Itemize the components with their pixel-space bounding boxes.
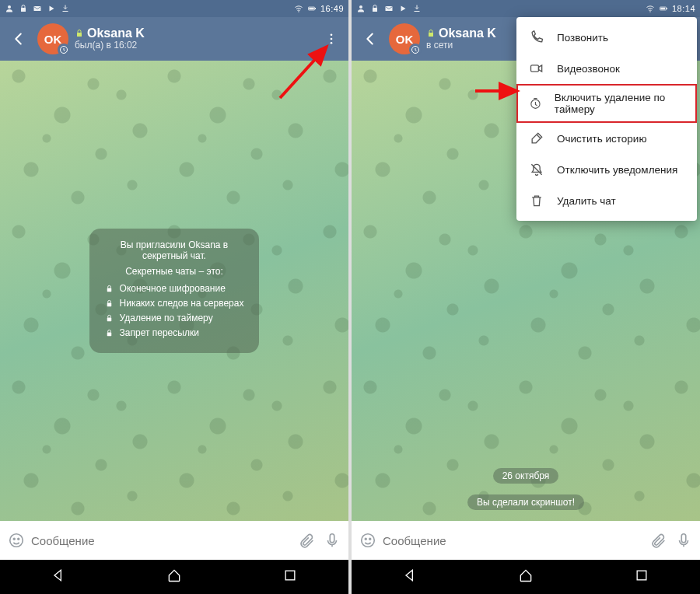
android-nav-bar bbox=[352, 560, 700, 594]
svg-rect-36 bbox=[531, 65, 539, 72]
nav-recent-button[interactable] bbox=[282, 568, 298, 586]
chat-title: Oksana K bbox=[439, 26, 496, 40]
svg-point-10 bbox=[331, 38, 333, 40]
svg-rect-15 bbox=[107, 332, 111, 336]
chat-title-block[interactable]: Oksana K в сети bbox=[426, 26, 496, 51]
svg-point-9 bbox=[331, 33, 333, 36]
svg-rect-20 bbox=[285, 571, 295, 580]
chat-body: Вы пригласили Oksana в секретный чат. Се… bbox=[0, 61, 348, 521]
info-heading: Секретные чаты – это: bbox=[105, 266, 244, 277]
envelope-icon bbox=[33, 4, 42, 13]
svg-rect-6 bbox=[309, 8, 314, 10]
download-icon bbox=[412, 4, 422, 13]
svg-rect-35 bbox=[637, 571, 646, 580]
attach-button[interactable] bbox=[649, 530, 669, 550]
play-icon bbox=[47, 4, 56, 13]
avatar[interactable]: OK bbox=[389, 23, 420, 54]
avatar-initials: OK bbox=[396, 33, 414, 46]
clock-time: 16:49 bbox=[320, 4, 344, 13]
avatar[interactable]: OK bbox=[37, 23, 68, 54]
svg-point-11 bbox=[331, 42, 333, 44]
phone-left: 16:49 OK Oksana K был(а) в 16:02 bbox=[0, 0, 348, 594]
message-input-bar bbox=[0, 521, 348, 560]
lock-icon bbox=[370, 4, 380, 13]
info-intro: Вы пригласили Oksana в секретный чат. bbox=[105, 239, 244, 261]
emoji-button[interactable] bbox=[358, 530, 378, 550]
back-button[interactable] bbox=[6, 26, 31, 51]
emoji-button[interactable] bbox=[6, 530, 26, 550]
menu-item-video-call[interactable]: Видеозвонок bbox=[516, 53, 697, 84]
menu-item-call[interactable]: Позвонить bbox=[516, 22, 697, 53]
menu-item-clear-history[interactable]: Очистить историю bbox=[516, 123, 697, 154]
svg-point-16 bbox=[10, 534, 23, 547]
svg-rect-13 bbox=[107, 302, 111, 306]
secret-chat-info-card: Вы пригласили Oksana в секретный чат. Се… bbox=[89, 229, 260, 353]
avatar-initials: OK bbox=[44, 33, 62, 46]
battery-icon bbox=[659, 4, 668, 13]
nav-back-button[interactable] bbox=[51, 568, 66, 586]
svg-point-32 bbox=[365, 538, 366, 540]
message-input[interactable] bbox=[383, 534, 644, 547]
lock-icon bbox=[426, 29, 436, 38]
person-icon bbox=[356, 4, 366, 13]
app-header: OK Oksana K был(а) в 16:02 bbox=[0, 17, 348, 61]
status-bar: 16:49 bbox=[0, 0, 348, 17]
svg-point-22 bbox=[359, 5, 362, 9]
lock-icon bbox=[75, 29, 84, 38]
svg-point-17 bbox=[13, 538, 15, 540]
play-icon bbox=[398, 4, 408, 13]
svg-rect-23 bbox=[373, 8, 377, 12]
svg-point-3 bbox=[298, 11, 299, 12]
phone-right: 18:14 OK Oksana K в сети bbox=[352, 0, 700, 594]
screenshot-notice-pill: Вы сделали скриншот! bbox=[467, 494, 584, 510]
mic-button[interactable] bbox=[674, 530, 694, 550]
more-options-menu: Позвонить Видеозвонок Включить удаление … bbox=[516, 17, 697, 221]
chat-title: Oksana K bbox=[87, 26, 145, 40]
svg-rect-24 bbox=[386, 6, 393, 11]
menu-item-mute-notifications[interactable]: Отключить уведомления bbox=[516, 154, 697, 185]
brush-icon bbox=[529, 131, 544, 146]
svg-rect-27 bbox=[667, 8, 667, 9]
info-bullet: Удаление по таймеру bbox=[105, 313, 244, 323]
menu-item-auto-delete-timer[interactable]: Включить удаление по таймеру bbox=[516, 84, 697, 123]
secret-timer-badge-icon bbox=[409, 44, 422, 56]
nav-back-button[interactable] bbox=[402, 568, 418, 586]
info-bullet: Никаких следов на серверах bbox=[105, 298, 244, 309]
mic-button[interactable] bbox=[322, 530, 342, 550]
back-button[interactable] bbox=[358, 26, 383, 51]
svg-point-25 bbox=[649, 11, 651, 12]
date-pill: 26 октября bbox=[493, 468, 559, 484]
more-options-button[interactable] bbox=[319, 26, 344, 51]
svg-rect-34 bbox=[681, 534, 686, 543]
info-bullet: Оконечное шифрование bbox=[105, 283, 244, 294]
timer-icon bbox=[529, 96, 542, 111]
video-icon bbox=[529, 61, 544, 76]
message-input[interactable] bbox=[31, 534, 292, 547]
attach-button[interactable] bbox=[297, 530, 317, 550]
envelope-icon bbox=[384, 4, 394, 13]
svg-rect-1 bbox=[21, 8, 26, 12]
svg-rect-14 bbox=[107, 317, 111, 321]
chat-subtitle: был(а) в 16:02 bbox=[75, 40, 145, 51]
nav-home-button[interactable] bbox=[166, 568, 182, 586]
message-input-bar bbox=[352, 521, 700, 560]
secret-timer-badge-icon bbox=[58, 44, 70, 56]
svg-rect-19 bbox=[330, 534, 334, 543]
battery-icon bbox=[307, 4, 317, 13]
chat-title-block[interactable]: Oksana K был(а) в 16:02 bbox=[75, 26, 145, 51]
trash-icon bbox=[529, 193, 544, 208]
svg-point-33 bbox=[369, 538, 371, 540]
svg-point-0 bbox=[8, 5, 11, 9]
wifi-icon bbox=[646, 4, 655, 13]
svg-rect-8 bbox=[77, 33, 82, 37]
phone-icon bbox=[529, 30, 544, 45]
menu-item-delete-chat[interactable]: Удалить чат bbox=[516, 185, 697, 216]
svg-point-18 bbox=[18, 538, 19, 540]
lock-icon bbox=[19, 4, 28, 13]
wifi-icon bbox=[294, 4, 303, 13]
nav-home-button[interactable] bbox=[518, 568, 534, 586]
nav-recent-button[interactable] bbox=[634, 568, 649, 586]
bell-off-icon bbox=[529, 162, 544, 177]
person-icon bbox=[5, 4, 14, 13]
chat-subtitle: в сети bbox=[426, 40, 496, 51]
